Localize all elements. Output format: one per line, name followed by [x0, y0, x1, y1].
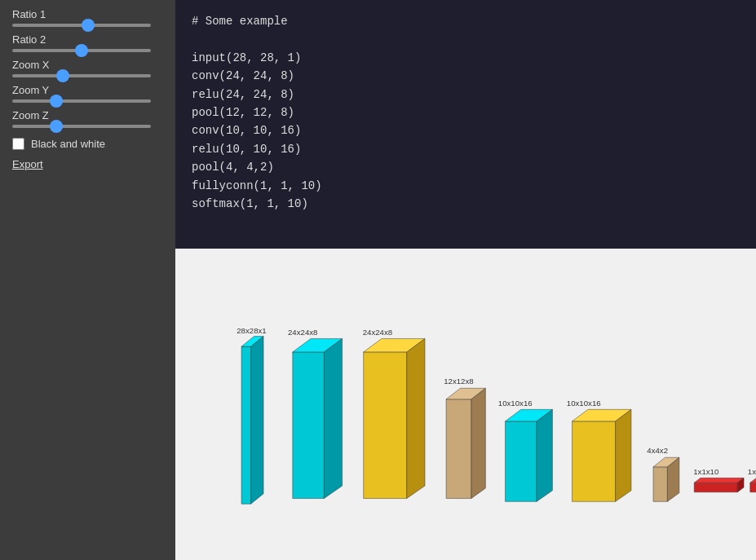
label-input: 28x28x1	[237, 326, 266, 335]
left-panel: Ratio 1 Ratio 2 Zoom X Zoom Y Zoom Z Bla…	[0, 0, 175, 560]
label-fully: 1x1x10	[693, 467, 718, 476]
svg-marker-11	[471, 388, 485, 498]
ratio2-slider[interactable]	[12, 49, 151, 52]
svg-marker-8	[407, 338, 425, 498]
label-conv2: 10x10x16	[498, 399, 533, 408]
neural-net-diagram: 28x28x1 24x24x8 24x24x8 12x12x8	[200, 303, 756, 536]
right-panel: # Some example input(28, 28, 1) conv(24,…	[175, 0, 756, 560]
black-white-row: Black and white	[12, 138, 163, 150]
svg-marker-2	[251, 337, 263, 505]
svg-marker-25	[750, 478, 756, 483]
zoomz-slider[interactable]	[12, 125, 151, 128]
svg-marker-18	[653, 467, 667, 501]
ratio1-slider[interactable]	[12, 24, 151, 27]
svg-marker-9	[446, 399, 471, 499]
label-softmax: 1x1x10	[748, 467, 756, 476]
code-editor[interactable]: # Some example input(28, 28, 1) conv(24,…	[175, 0, 756, 249]
svg-marker-22	[694, 478, 744, 483]
black-white-label: Black and white	[31, 138, 105, 150]
zoomx-control: Zoom X	[12, 59, 163, 77]
label-pool1: 12x12x8	[444, 377, 473, 386]
visualization-area: 28x28x1 24x24x8 24x24x8 12x12x8	[175, 249, 756, 560]
code-content: # Some example input(28, 28, 1) conv(24,…	[192, 12, 740, 213]
black-white-checkbox[interactable]	[12, 138, 24, 150]
label-relu1: 24x24x8	[363, 328, 392, 337]
svg-marker-14	[537, 409, 552, 501]
zoomy-control: Zoom Y	[12, 84, 163, 103]
svg-marker-12	[505, 421, 537, 501]
svg-marker-17	[616, 409, 631, 501]
zoomy-slider[interactable]	[12, 99, 151, 103]
nn-svg: 28x28x1 24x24x8 24x24x8 12x12x8	[200, 303, 756, 531]
label-relu2: 10x10x16	[567, 399, 601, 408]
svg-marker-21	[694, 483, 737, 492]
zoomz-control: Zoom Z	[12, 109, 163, 128]
zoomx-slider[interactable]	[12, 74, 151, 77]
ratio2-control: Ratio 2	[12, 33, 163, 52]
svg-marker-0	[241, 346, 251, 504]
svg-marker-3	[293, 352, 325, 499]
svg-marker-15	[573, 421, 616, 501]
label-conv1: 24x24x8	[288, 328, 317, 337]
export-link[interactable]: Export	[12, 158, 163, 170]
svg-marker-5	[324, 338, 342, 498]
label-pool2: 4x4x2	[647, 446, 668, 455]
svg-marker-24	[750, 483, 756, 492]
svg-marker-6	[364, 352, 407, 499]
ratio1-control: Ratio 1	[12, 8, 163, 27]
